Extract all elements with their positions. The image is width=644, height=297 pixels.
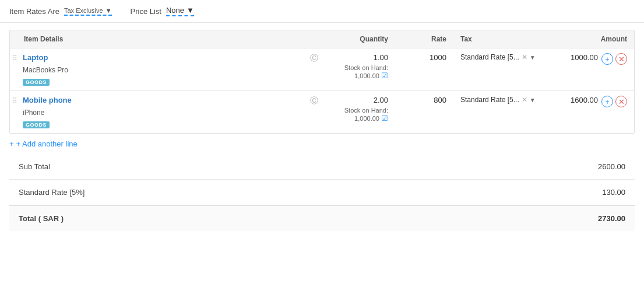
rate-cell: 800 (395, 91, 453, 133)
add-line-row: + + Add another line (0, 134, 644, 154)
totals-section: Sub Total 2600.00 Standard Rate [5%] 130… (9, 154, 635, 231)
item-sub-name: iPhone (23, 109, 318, 117)
add-line-label: + Add another line (16, 139, 78, 148)
chevron-down-icon[interactable]: ▼ (530, 97, 536, 103)
table-row: ⠿ Laptop Ⓒ MacBooks Pro GOODS 1.00 Stock… (10, 48, 634, 91)
stock-label: Stock on Hand: (344, 107, 388, 114)
close-icon[interactable]: Ⓒ (310, 53, 318, 64)
top-bar: Item Rates Are Tax Exclusive ▼ Price Lis… (0, 0, 644, 23)
price-list-value: None (166, 6, 184, 15)
item-name[interactable]: Laptop (23, 53, 48, 62)
tax-mode-select[interactable]: Tax Exclusive ▼ (64, 7, 112, 16)
rate-value[interactable]: 1000 (430, 53, 446, 62)
add-row-button[interactable]: + (601, 53, 613, 65)
tax-row: Standard Rate [5%] 130.00 (9, 180, 635, 205)
price-list-label: Price List (131, 7, 161, 16)
quantity-value[interactable]: 2.00 (374, 96, 388, 104)
drag-handle-icon[interactable]: ⠿ (12, 54, 17, 62)
tax-mode-value: Tax Exclusive (64, 7, 103, 14)
rate-cell: 1000 (395, 48, 453, 90)
amount-cell: 1000.00 + ✕ (558, 48, 634, 90)
amount-value: 1600.00 (565, 96, 598, 104)
stock-info: Stock on Hand: 1,000.00 ☑ (344, 64, 388, 80)
goods-badge: GOODS (23, 121, 50, 128)
stock-label: Stock on Hand: (344, 64, 388, 71)
tax-value: Standard Rate [5... (460, 96, 519, 104)
col-rate: Rate (395, 35, 453, 43)
sub-total-label: Sub Total (19, 162, 50, 171)
tax-value: Standard Rate [5... (460, 53, 519, 61)
item-details-cell: Laptop Ⓒ MacBooks Pro GOODS (10, 48, 325, 90)
table-row: ⠿ Mobile phone Ⓒ iPhone GOODS 2.00 Stock… (10, 91, 634, 133)
rates-label: Item Rates Are (9, 7, 59, 16)
stock-info: Stock on Hand: 1,000.00 ☑ (344, 107, 388, 123)
rate-value[interactable]: 800 (434, 96, 446, 104)
quantity-cell: 2.00 Stock on Hand: 1,000.00 ☑ (325, 91, 395, 133)
total-row: Total ( SAR ) 2730.00 (9, 205, 635, 231)
sub-total-row: Sub Total 2600.00 (9, 154, 635, 180)
stock-check-icon: ☑ (381, 114, 388, 123)
remove-row-button[interactable]: ✕ (615, 53, 627, 65)
col-item-details: Item Details (10, 35, 325, 43)
row-actions: + ✕ (601, 53, 627, 65)
add-row-button[interactable]: + (601, 96, 613, 107)
remove-row-button[interactable]: ✕ (615, 96, 627, 107)
chevron-down-icon[interactable]: ▼ (530, 54, 536, 61)
stock-check-icon: ☑ (381, 71, 388, 80)
item-sub-name: MacBooks Pro (23, 66, 318, 74)
col-amount: Amount (558, 35, 634, 43)
quantity-value[interactable]: 1.00 (374, 53, 388, 62)
line-items-table: Item Details Quantity Rate Tax Amount ⠿ … (9, 30, 635, 134)
amount-value: 1000.00 (565, 53, 598, 62)
amount-cell: 1600.00 + ✕ (558, 91, 634, 133)
chevron-down-icon: ▼ (105, 7, 112, 14)
total-value: 2730.00 (598, 214, 625, 223)
col-quantity: Quantity (325, 35, 395, 43)
drag-handle-icon[interactable]: ⠿ (12, 97, 17, 105)
tax-select[interactable]: Standard Rate [5... ✕ ▼ (460, 96, 551, 104)
row-actions: + ✕ (601, 96, 627, 107)
tax-clear-icon[interactable]: ✕ (522, 53, 527, 61)
item-name[interactable]: Mobile phone (23, 96, 72, 104)
col-tax: Tax (453, 35, 558, 43)
tax-value: 130.00 (602, 188, 625, 197)
item-details-cell: Mobile phone Ⓒ iPhone GOODS (10, 91, 325, 133)
tax-cell: Standard Rate [5... ✕ ▼ (453, 48, 558, 90)
stock-value: 1,000.00 (354, 115, 379, 122)
add-another-line-button[interactable]: + + Add another line (9, 139, 78, 148)
tax-select[interactable]: Standard Rate [5... ✕ ▼ (460, 53, 551, 61)
add-icon: + (9, 139, 14, 148)
sub-total-value: 2600.00 (598, 162, 625, 171)
goods-badge: GOODS (23, 79, 50, 86)
tax-cell: Standard Rate [5... ✕ ▼ (453, 91, 558, 133)
tax-clear-icon[interactable]: ✕ (522, 96, 527, 104)
stock-value: 1,000.00 (354, 72, 379, 79)
chevron-down-icon: ▼ (186, 6, 194, 15)
tax-label: Standard Rate [5%] (19, 188, 85, 197)
price-list-select[interactable]: None ▼ (166, 6, 194, 16)
table-header: Item Details Quantity Rate Tax Amount (10, 30, 634, 48)
total-label: Total ( SAR ) (19, 214, 64, 223)
quantity-cell: 1.00 Stock on Hand: 1,000.00 ☑ (325, 48, 395, 90)
close-icon[interactable]: Ⓒ (310, 96, 318, 106)
